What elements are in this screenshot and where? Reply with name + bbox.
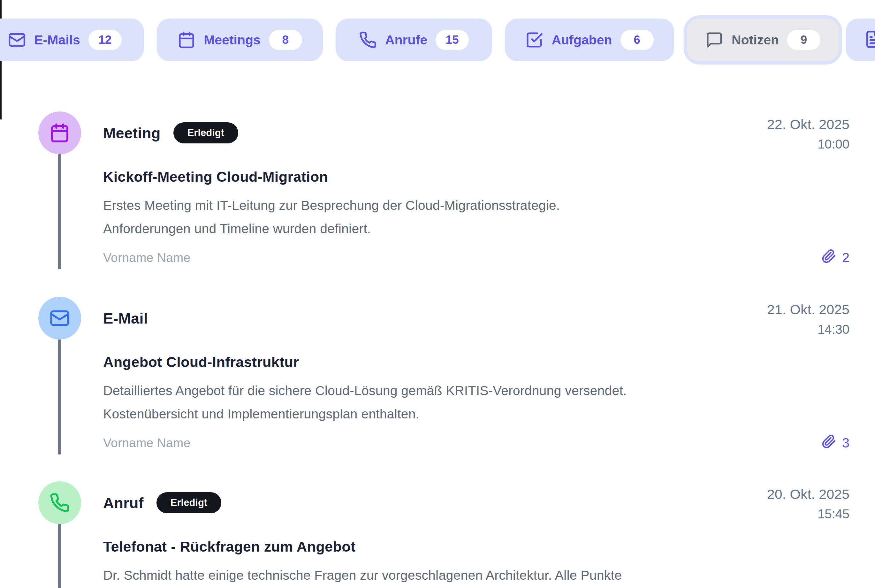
entry-author: Vorname Name (103, 251, 190, 265)
timeline-entry[interactable]: Meeting Erledigt 22. Okt. 2025 10:00 Kic… (38, 111, 850, 267)
entry-header: E-Mail (103, 297, 850, 339)
filter-pill[interactable]: Anrufe 15 (336, 18, 492, 62)
entry-description: Detailliertes Angebot für die sichere Cl… (103, 379, 850, 426)
filter-pill-partial[interactable] (846, 18, 875, 62)
message-square-icon (706, 31, 723, 49)
entry-author: Vorname Name (103, 436, 190, 450)
filter-count-badge: 6 (620, 30, 654, 50)
mail-icon (38, 297, 81, 339)
entry-title: Angebot Cloud-Infrastruktur (103, 352, 850, 372)
status-badge: Erledigt (174, 122, 238, 143)
attachment-count: 3 (842, 435, 850, 451)
entry-type: E-Mail (103, 309, 148, 327)
entry-time: 10:00 (767, 136, 850, 152)
entry-type: Meeting (103, 124, 160, 142)
filter-label: Notizen (732, 33, 779, 48)
status-badge: Erledigt (156, 492, 221, 513)
entry-date: 20. Okt. 2025 (767, 486, 850, 502)
check-square-icon (525, 31, 543, 49)
filter-label: Meetings (204, 33, 261, 48)
entry-time: 14:30 (767, 322, 850, 337)
entry-title: Telefonat - Rückfragen zum Angebot (103, 537, 850, 557)
timeline-entry[interactable]: Anruf Erledigt 20. Okt. 2025 15:45 Telef… (38, 482, 850, 587)
attachment-chip[interactable]: 2 (822, 249, 850, 267)
entry-date: 22. Okt. 2025 (767, 116, 850, 132)
filter-pill[interactable]: Aufgaben 6 (505, 18, 674, 62)
filter-count-badge: 15 (436, 30, 469, 50)
phone-icon (359, 31, 377, 49)
entry-description: Dr. Schmidt hatte einige technische Frag… (103, 564, 850, 587)
timeline-entry[interactable]: E-Mail 21. Okt. 2025 14:30 Angebot Cloud… (38, 297, 850, 452)
entry-meta: Vorname Name 3 (103, 434, 850, 452)
entry-datetime: 22. Okt. 2025 10:00 (767, 116, 850, 152)
entry-datetime: 20. Okt. 2025 15:45 (767, 486, 850, 522)
phone-icon (38, 482, 81, 524)
calendar-icon (38, 111, 81, 154)
calendar-icon (178, 31, 195, 49)
entry-datetime: 21. Okt. 2025 14:30 (767, 301, 850, 337)
filter-bar: E-Mails 12 Meetings 8 Anrufe 15 Aufgaben… (0, 18, 839, 62)
filter-count-badge: 8 (269, 30, 302, 50)
filter-pill[interactable]: Meetings 8 (157, 18, 323, 62)
filter-label: Aufgaben (551, 33, 612, 48)
filter-pill[interactable]: Notizen 9 (687, 18, 839, 62)
filter-count-badge: 12 (88, 30, 122, 50)
entry-header: Anruf Erledigt (103, 482, 850, 524)
mail-icon (8, 31, 26, 49)
filter-count-badge: 9 (787, 30, 820, 50)
attachment-chip[interactable]: 3 (822, 434, 850, 452)
activity-timeline: Meeting Erledigt 22. Okt. 2025 10:00 Kic… (0, 0, 875, 588)
filter-label: Anrufe (385, 33, 427, 48)
entry-title: Kickoff-Meeting Cloud-Migration (103, 167, 850, 187)
filter-label: E-Mails (34, 33, 80, 48)
entry-description: Erstes Meeting mit IT-Leitung zur Bespre… (103, 194, 850, 240)
filter-pill[interactable]: E-Mails 12 (0, 18, 144, 62)
paperclip-icon (822, 434, 836, 452)
attachment-count: 2 (842, 250, 850, 266)
paperclip-icon (822, 249, 836, 267)
entry-header: Meeting Erledigt (103, 111, 850, 154)
entry-date: 21. Okt. 2025 (767, 301, 850, 318)
entry-type: Anruf (103, 494, 144, 512)
entry-meta: Vorname Name 2 (103, 249, 850, 267)
file-text-icon (864, 30, 875, 50)
entry-time: 15:45 (767, 506, 850, 522)
